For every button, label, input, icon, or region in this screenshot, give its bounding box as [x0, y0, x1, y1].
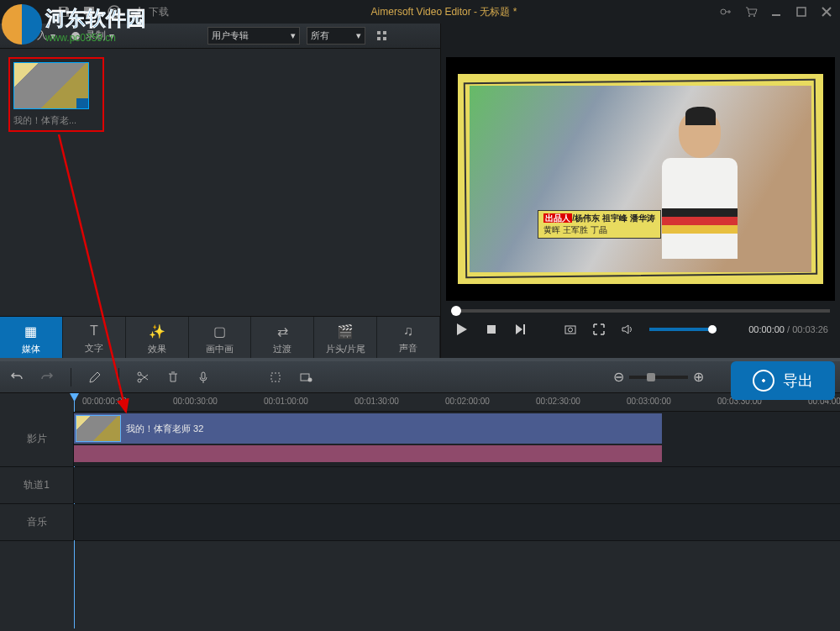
svg-rect-7 [377, 31, 381, 34]
export-label: 导出 [783, 371, 813, 391]
preview-viewport[interactable]: 出品人/杨伟东 祖宇峰 潘华涛 黄晖 王军胜 丁晶 [446, 57, 835, 301]
track-label-video: 影片 [0, 412, 74, 466]
cart-icon[interactable] [744, 5, 758, 18]
svg-point-14 [138, 379, 141, 382]
crop-icon[interactable] [269, 371, 282, 384]
ruler-tick: 00:03:00:00 [627, 397, 671, 406]
svg-point-4 [753, 15, 755, 17]
svg-point-15 [138, 372, 141, 376]
clip-thumbnail [76, 415, 121, 442]
tab-intro[interactable]: 🎬片头/片尾 [314, 317, 377, 361]
step-forward-icon[interactable] [513, 323, 527, 336]
timeline-panel: ⊖ ⊕ 00:00:00:0000:00:30:0000:01:00:0000:… [0, 361, 840, 631]
volume-icon[interactable] [621, 323, 634, 336]
svg-rect-9 [377, 37, 381, 40]
playback-controls: 00:00:00 / 00:03:26 [446, 313, 835, 346]
undo-icon[interactable] [10, 371, 24, 384]
minimize-icon[interactable] [769, 5, 783, 18]
reel-icon [753, 370, 774, 392]
cut-icon[interactable] [136, 371, 150, 384]
track-label-track1: 轨道1 [0, 467, 74, 503]
filter-dropdown[interactable]: 所有▾ [307, 27, 365, 45]
tab-text[interactable]: T文字 [63, 317, 126, 361]
zoom-out-icon[interactable]: ⊖ [613, 369, 624, 385]
media-thumbnail[interactable] [13, 62, 89, 109]
snapshot-icon[interactable] [564, 323, 577, 336]
export-button[interactable]: 导出 [731, 361, 835, 400]
volume-slider[interactable] [649, 328, 717, 331]
audio-clip[interactable] [74, 445, 662, 462]
preview-caption: 出品人/杨伟东 祖宇峰 潘华涛 黄晖 王军胜 丁晶 [538, 210, 660, 239]
maximize-icon[interactable] [795, 5, 808, 18]
stop-icon[interactable] [485, 323, 498, 336]
track-music[interactable] [74, 504, 840, 540]
clip-name: 我的！体育老师 32 [126, 423, 203, 435]
key-icon[interactable] [719, 5, 732, 18]
video-clip[interactable]: 我的！体育老师 32 [74, 413, 662, 444]
track-video[interactable]: 我的！体育老师 32 [74, 412, 840, 466]
svg-point-2 [721, 9, 726, 14]
media-library[interactable]: 我的！体育老... [0, 49, 440, 316]
play-icon[interactable] [453, 321, 470, 338]
svg-rect-8 [383, 31, 386, 34]
zoom-slider[interactable] [629, 376, 688, 379]
edit-icon[interactable] [88, 371, 102, 384]
left-panel: 导入 ▾ 录制 ▾ 用户专辑▾ 所有▾ 我的！体育老... ▦媒体 T文字 ✨效… [0, 24, 441, 361]
timeline-tracks: 影片 我的！体育老师 32 轨道1 音乐 [0, 412, 840, 541]
preview-panel: 出品人/杨伟东 祖宇峰 潘华涛 黄晖 王军胜 丁晶 00:00:00 / 00:… [441, 24, 840, 361]
watermark-site-url: www.pc0359.cn [45, 32, 146, 44]
category-tabs: ▦媒体 T文字 ✨效果 ▢画中画 ⇄过渡 🎬片头/片尾 ♫声音 [0, 316, 440, 361]
svg-rect-17 [271, 373, 280, 381]
close-icon[interactable] [820, 5, 833, 18]
seek-slider[interactable] [451, 309, 830, 313]
preview-person-graphic [649, 112, 750, 288]
svg-rect-10 [383, 37, 386, 40]
view-toggle-icon[interactable] [375, 29, 389, 43]
time-display: 00:00:00 / 00:03:26 [748, 324, 828, 334]
svg-point-3 [748, 15, 750, 17]
ruler-tick: 00:00:30:00 [173, 397, 218, 406]
site-watermark: 河东软件园 www.pc0359.cn [2, 4, 146, 45]
track-label-music: 音乐 [0, 504, 74, 540]
svg-rect-16 [202, 372, 205, 379]
media-item-highlight: 我的！体育老... [8, 57, 104, 132]
ruler-tick: 00:01:30:00 [354, 397, 399, 406]
tab-pip[interactable]: ▢画中画 [189, 317, 252, 361]
ruler-tick: 00:02:00:00 [445, 397, 490, 406]
svg-point-13 [569, 328, 573, 332]
tab-sound[interactable]: ♫声音 [377, 317, 440, 361]
svg-point-19 [308, 377, 312, 381]
redo-icon[interactable] [40, 371, 54, 384]
tab-transition[interactable]: ⇄过渡 [251, 317, 314, 361]
svg-rect-11 [487, 325, 496, 334]
app-title: Aimersoft Video Editor - 无标题 * [169, 5, 719, 19]
media-item-label: 我的！体育老... [13, 114, 99, 127]
svg-rect-5 [797, 8, 806, 16]
ruler-tick: 00:01:00:00 [264, 397, 308, 406]
fullscreen-icon[interactable] [592, 323, 606, 336]
zoom-in-icon[interactable]: ⊕ [693, 369, 704, 385]
svg-rect-18 [301, 374, 309, 381]
trash-icon[interactable] [166, 371, 180, 384]
tab-effect[interactable]: ✨效果 [126, 317, 189, 361]
watermark-logo-icon [2, 4, 42, 45]
track-1[interactable] [74, 467, 840, 503]
album-dropdown[interactable]: 用户专辑▾ [207, 27, 300, 45]
timeline-toolbar: ⊖ ⊕ [0, 361, 840, 393]
timeline-ruler[interactable]: 00:00:00:0000:00:30:0000:01:00:0000:01:3… [74, 393, 840, 412]
settings-icon[interactable] [299, 371, 312, 384]
ruler-tick: 00:00:00:00 [82, 397, 127, 406]
ruler-tick: 00:02:30:00 [536, 397, 580, 406]
tab-media[interactable]: ▦媒体 [0, 317, 63, 361]
download-label: 下载 [149, 5, 169, 19]
voiceover-icon[interactable] [197, 371, 210, 384]
watermark-site-name: 河东软件园 [45, 5, 146, 32]
svg-rect-12 [565, 326, 575, 334]
